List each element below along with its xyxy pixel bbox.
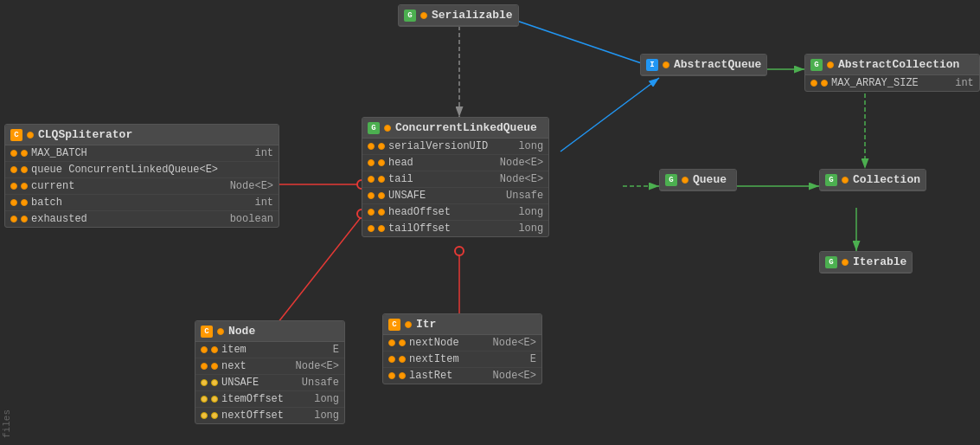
- clq-row-1: head Node<E>: [362, 155, 548, 171]
- node-node-title: Node: [228, 325, 255, 338]
- field-type: E: [484, 353, 536, 365]
- row-vis2: [21, 150, 28, 157]
- clq-row-2: tail Node<E>: [362, 171, 548, 188]
- field-name: lastRet: [409, 370, 481, 382]
- abstractqueue-vis: [663, 61, 669, 68]
- itr-row-0: nextNode Node<E>: [383, 335, 541, 351]
- row-vis2: [21, 183, 28, 190]
- itr-icon: C: [388, 319, 400, 331]
- row-vis2: [21, 216, 28, 222]
- node-abstractcollection: G AbstractCollection MAX_ARRAY_SIZE int: [804, 54, 980, 92]
- row-vis2: [211, 363, 218, 370]
- node-abstractcollection-header: G AbstractCollection: [805, 55, 979, 75]
- clq-row-0: serialVersionUID long: [362, 139, 548, 155]
- collection-vis: [842, 177, 849, 184]
- row-vis: [368, 176, 375, 183]
- clq-row-4: headOffset long: [362, 204, 548, 221]
- field-name: exhausted: [31, 213, 218, 225]
- collection-title: Collection: [853, 173, 920, 186]
- clq-vis: [384, 125, 391, 132]
- node-queue-header: G Queue: [660, 170, 736, 190]
- row-vis: [10, 183, 17, 190]
- clq-row-3: UNSAFE Unsafe: [362, 188, 548, 204]
- field-name: nextItem: [409, 353, 481, 365]
- field-name: MAX_BATCH: [31, 147, 218, 159]
- row-vis: [368, 159, 375, 166]
- diagram-container: G Serializable I AbstractQueue G Abstrac…: [0, 0, 980, 445]
- node-abstractqueue-header: I AbstractQueue: [641, 55, 766, 75]
- node-serializable: G Serializable: [398, 4, 519, 27]
- row-vis2: [211, 396, 218, 403]
- node-itr-header: C Itr: [383, 314, 541, 335]
- field-type: Unsafe: [491, 190, 543, 202]
- node-node: C Node item E next Node<E> UNSAFE Unsafe…: [195, 320, 345, 424]
- row-vis: [810, 80, 817, 87]
- node-row-0: item E: [195, 342, 344, 358]
- clqs-row-1: queue ConcurrentLinkedQueue<E>: [5, 162, 279, 178]
- row-vis: [388, 339, 395, 346]
- field-type: int: [922, 77, 974, 89]
- node-concurrentlinkedqueue: G ConcurrentLinkedQueue serialVersionUID…: [362, 117, 549, 237]
- node-iterable: G Iterable: [819, 251, 913, 274]
- row-vis2: [211, 379, 218, 386]
- node-node-vis: [217, 328, 224, 335]
- queue-title: Queue: [693, 173, 727, 186]
- row-vis2: [211, 346, 218, 353]
- field-name: head: [388, 157, 488, 169]
- field-type: long: [287, 393, 339, 405]
- iterable-title: Iterable: [853, 255, 906, 268]
- serializable-title: Serializable: [432, 9, 513, 22]
- svg-line-1: [502, 16, 659, 69]
- svg-line-3: [560, 78, 659, 152]
- row-vis: [10, 199, 17, 206]
- row-vis: [388, 372, 395, 379]
- itr-vis: [405, 321, 412, 328]
- clq-title: ConcurrentLinkedQueue: [395, 121, 537, 134]
- node-abstractqueue: I AbstractQueue: [640, 54, 767, 76]
- row-vis2: [378, 192, 385, 199]
- row-vis: [10, 166, 17, 173]
- field-type: Node<E>: [484, 370, 536, 382]
- field-type: E: [287, 344, 339, 356]
- row-vis: [368, 225, 375, 232]
- field-type: long: [491, 140, 543, 152]
- itr-row-1: nextItem E: [383, 351, 541, 368]
- row-vis2: [399, 372, 406, 379]
- collection-icon: G: [825, 174, 837, 186]
- field-name: queue ConcurrentLinkedQueue<E>: [31, 164, 218, 176]
- clqs-row-0: MAX_BATCH int: [5, 145, 279, 162]
- itr-row-2: lastRet Node<E>: [383, 368, 541, 384]
- row-vis2: [378, 209, 385, 216]
- field-name: MAX_ARRAY_SIZE: [831, 77, 919, 89]
- node-serializable-header: G Serializable: [399, 5, 518, 26]
- field-type: Node<E>: [491, 173, 543, 185]
- node-collection-header: G Collection: [820, 170, 926, 190]
- field-name: tailOffset: [388, 222, 488, 235]
- row-vis: [201, 363, 208, 370]
- field-name: nextNode: [409, 337, 481, 349]
- field-type: Unsafe: [287, 377, 339, 389]
- row-vis: [201, 396, 208, 403]
- iterable-icon: G: [825, 256, 837, 268]
- field-name: itemOffset: [221, 393, 284, 405]
- node-clq-header: G ConcurrentLinkedQueue: [362, 118, 548, 139]
- row-vis2: [378, 143, 385, 150]
- node-row-3: itemOffset long: [195, 391, 344, 408]
- field-name: batch: [31, 197, 218, 209]
- field-type: Node<E>: [484, 337, 536, 349]
- field-type: int: [221, 147, 273, 159]
- clqs-row-2: current Node<E>: [5, 178, 279, 195]
- serializable-vis: [420, 12, 427, 19]
- row-vis2: [399, 356, 406, 363]
- clqs-row-4: exhausted boolean: [5, 211, 279, 227]
- abstractcollection-row-0: MAX_ARRAY_SIZE int: [805, 75, 979, 91]
- field-type: long: [287, 410, 339, 422]
- row-vis: [10, 150, 17, 157]
- field-name: current: [31, 180, 218, 192]
- clqs-row-3: batch int: [5, 195, 279, 211]
- field-name: headOffset: [388, 206, 488, 218]
- node-collection: G Collection: [819, 169, 926, 191]
- row-vis2: [821, 80, 828, 87]
- row-vis2: [399, 339, 406, 346]
- iterable-vis: [842, 259, 849, 266]
